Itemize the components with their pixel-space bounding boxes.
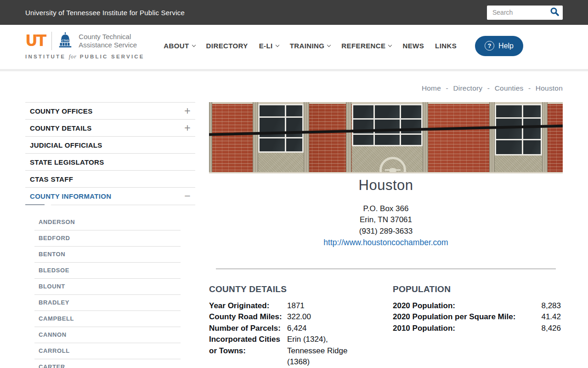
population-row: 2010 Population: 8,426 <box>393 323 563 334</box>
county-link-carroll[interactable]: CARROLL <box>34 343 181 359</box>
sidebar-item-county-offices[interactable]: COUNTY OFFICES + <box>25 102 195 119</box>
detail-value: 322.00 <box>287 311 311 323</box>
population-value: 8,283 <box>541 300 561 312</box>
pilaster <box>209 102 212 173</box>
detail-label: Year Originated: <box>209 300 287 312</box>
plus-icon: + <box>184 123 191 133</box>
detail-row: Number of Parcels: 6,424 <box>209 323 393 334</box>
window-left <box>258 104 304 153</box>
breadcrumb-directory[interactable]: Directory <box>453 84 482 92</box>
sidebar-item-ctas-staff[interactable]: CTAS STAFF <box>25 170 195 187</box>
sidebar: COUNTY OFFICES + COUNTY DETAILS + JUDICI… <box>25 102 195 368</box>
pilaster <box>489 102 495 173</box>
detail-label: Number of Parcels: <box>209 323 287 334</box>
main-header: UT CTAS County Technical Assistance Serv <box>0 25 588 71</box>
population-row: 2020 Population: 8,283 <box>393 300 563 312</box>
org-name: County Technical Assistance Service <box>79 33 137 49</box>
detail-label: County Road Miles: <box>209 311 287 323</box>
breadcrumb-separator: - <box>446 84 448 92</box>
county-website-link[interactable]: http://www.houstoncochamber.com <box>209 237 563 248</box>
breadcrumb-current: Houston <box>536 84 563 92</box>
county-link-cannon[interactable]: CANNON <box>34 327 181 343</box>
county-details-section: COUNTY DETAILS Year Originated: 1871 Cou… <box>209 284 393 368</box>
site-title: University of Tennessee Institute for Pu… <box>25 9 185 17</box>
detail-row: Year Originated: 1871 <box>209 300 393 312</box>
county-link-blount[interactable]: BLOUNT <box>34 279 181 295</box>
chevron-down-icon <box>388 43 392 47</box>
minus-icon: − <box>184 191 191 201</box>
detail-value: 6,424 <box>287 323 307 334</box>
nav-e-li[interactable]: E-LI <box>259 42 279 50</box>
address-line-2: Erin, TN 37061 <box>209 214 563 226</box>
help-button[interactable]: ? Help <box>475 36 523 56</box>
capitol-icon: CTAS <box>57 32 74 50</box>
detail-value: 1871 <box>287 300 305 312</box>
section-divider <box>216 269 556 269</box>
nav-directory[interactable]: DIRECTORY <box>206 42 248 50</box>
detail-value: Erin (1324), Tennessee Ridge (1368) <box>287 334 356 368</box>
pilaster <box>423 102 428 173</box>
population-row: 2020 Population per Square Mile: 41.42 <box>393 311 563 323</box>
search-input[interactable] <box>487 6 544 20</box>
sidebar-item-judicial-officials[interactable]: JUDICIAL OFFICIALS <box>25 136 195 153</box>
sidebar-item-state-legislators[interactable]: STATE LEGISLATORS <box>25 153 195 170</box>
page-title: Houston <box>209 177 563 194</box>
search-button[interactable] <box>548 6 561 19</box>
county-building-photo <box>209 102 563 173</box>
county-link-bedford[interactable]: BEDFORD <box>34 230 181 247</box>
population-label: 2020 Population per Square Mile: <box>393 311 515 323</box>
sidebar-item-county-details[interactable]: COUNTY DETAILS + <box>25 119 195 136</box>
population-label: 2020 Population: <box>393 300 455 312</box>
pilaster <box>253 102 258 173</box>
plus-icon: + <box>184 106 191 116</box>
county-link-anderson[interactable]: ANDERSON <box>34 214 181 230</box>
window-center <box>352 104 423 146</box>
chevron-down-icon <box>192 43 195 47</box>
detail-label: Incorporated Cities or Towns: <box>209 334 287 368</box>
nav-news[interactable]: NEWS <box>402 42 424 50</box>
chevron-down-icon <box>327 43 331 47</box>
county-details-heading: COUNTY DETAILS <box>209 284 393 294</box>
population-label: 2010 Population: <box>393 323 455 334</box>
top-utility-bar: University of Tennessee Institute for Pu… <box>0 0 588 25</box>
breadcrumb-home[interactable]: Home <box>422 84 441 92</box>
county-list: ANDERSON BEDFORD BENTON BLEDSOE BLOUNT B… <box>34 214 181 368</box>
population-heading: POPULATION <box>393 284 563 294</box>
detail-row: Incorporated Cities or Towns: Erin (1324… <box>209 334 393 368</box>
county-main-panel: Houston P.O. Box 366 Erin, TN 37061 (931… <box>209 102 563 368</box>
breadcrumb-counties[interactable]: Counties <box>495 84 524 92</box>
nav-about[interactable]: ABOUT <box>164 42 195 50</box>
detail-row: County Road Miles: 322.00 <box>209 311 393 323</box>
breadcrumb-separator: - <box>487 84 490 92</box>
population-section: POPULATION 2020 Population: 8,283 2020 P… <box>393 284 563 368</box>
breadcrumb: Home - Directory - Counties - Houston <box>422 84 563 92</box>
county-link-benton[interactable]: BENTON <box>34 247 181 263</box>
sidebar-item-county-information[interactable]: COUNTY INFORMATION − <box>25 187 195 204</box>
breadcrumb-separator: - <box>528 84 531 92</box>
nav-training[interactable]: TRAINING <box>290 42 331 50</box>
nav-links[interactable]: LINKS <box>435 42 457 50</box>
active-section-underline <box>25 204 195 205</box>
county-link-campbell[interactable]: CAMPBELL <box>34 311 181 327</box>
pilaster <box>346 102 351 173</box>
chevron-down-icon <box>275 43 279 47</box>
logo-divider <box>51 32 52 50</box>
window-right <box>495 104 542 155</box>
primary-nav: ABOUT DIRECTORY E-LI TRAINING REFERENCE … <box>164 36 523 56</box>
population-value: 8,426 <box>541 323 561 334</box>
ut-logo-mark: UT <box>25 33 46 48</box>
pilaster <box>304 102 309 173</box>
concrete-panel <box>258 153 304 173</box>
nav-reference[interactable]: REFERENCE <box>341 42 391 50</box>
county-link-carter[interactable]: CARTER <box>34 359 181 368</box>
county-phone: (931) 289-3633 <box>209 226 563 237</box>
institute-tagline: INSTITUTE for PUBLIC SERVICE <box>25 53 145 60</box>
county-link-bradley[interactable]: BRADLEY <box>34 295 181 311</box>
search-icon <box>550 7 560 18</box>
svg-text:CTAS: CTAS <box>62 39 69 42</box>
search-box <box>487 6 563 20</box>
page-content: Home - Directory - Counties - Houston CO… <box>0 71 588 366</box>
county-link-bledsoe[interactable]: BLEDSOE <box>34 263 181 279</box>
address-line-1: P.O. Box 366 <box>209 203 563 215</box>
ctas-logo[interactable]: UT CTAS County Technical Assistance Serv <box>25 32 145 60</box>
